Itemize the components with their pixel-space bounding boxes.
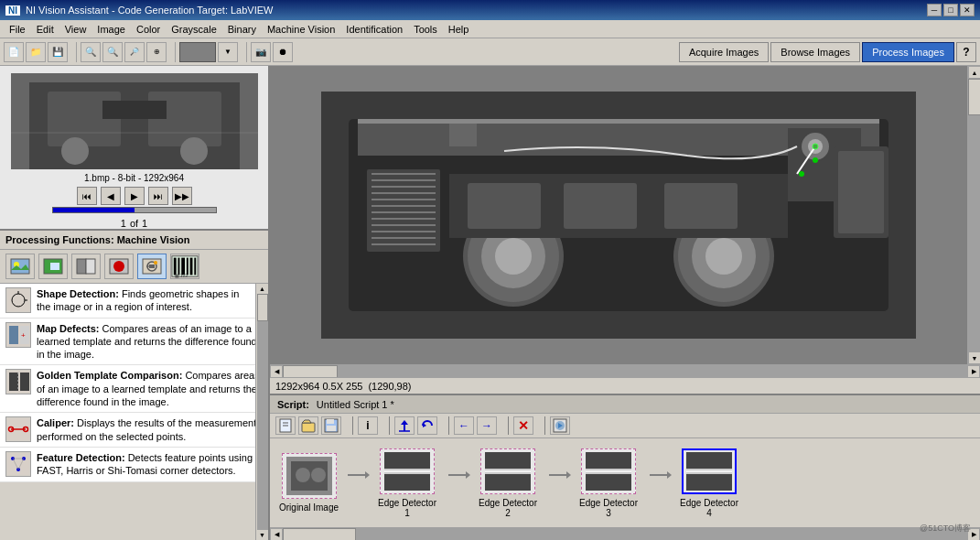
step-edge1-icon (380, 448, 435, 494)
watermark: @51CTO博客 (920, 523, 971, 535)
toolbar-record[interactable]: ⏺ (273, 42, 293, 62)
maximize-button[interactable]: □ (943, 4, 958, 16)
menu-item-file[interactable]: File (4, 22, 31, 37)
svg-point-5 (180, 137, 208, 165)
page-indicator: 1 of 1 (121, 218, 147, 229)
h-scroll-right[interactable]: ▶ (967, 365, 980, 378)
acquire-images-button[interactable]: Acquire Images (679, 42, 769, 62)
step-original-image[interactable]: Original Image (279, 453, 339, 513)
step-connector-1 (348, 474, 366, 476)
step-edge3-label: Edge Detector 3 (576, 498, 641, 518)
toolbar-open[interactable]: 📁 (26, 42, 46, 62)
v-scrollbar[interactable]: ▲ ▼ (967, 66, 980, 364)
script-scrollbar[interactable]: ◀ ▶ (270, 527, 980, 540)
cat-machine-vision[interactable] (137, 254, 167, 279)
step-edge4-inner (685, 452, 733, 491)
menu-item-view[interactable]: View (59, 22, 92, 37)
menu-item-machine vision[interactable]: Machine Vision (262, 22, 340, 37)
func-golden-template[interactable]: Golden Template Comparison: Compares are… (0, 365, 268, 413)
toolbar-sep3 (242, 42, 247, 62)
toolbar-zoom-in[interactable]: 🔍 (81, 42, 101, 62)
progress-bar-container[interactable] (52, 207, 217, 213)
script-run[interactable] (550, 416, 570, 435)
cat-identification[interactable]: ▦ 123 (170, 254, 199, 279)
script-refresh[interactable] (417, 416, 437, 435)
script-toolbar: i ← → ✕ (270, 414, 980, 438)
scroll-down-arrow[interactable]: ▼ (259, 532, 265, 538)
script-new[interactable] (275, 416, 296, 435)
nav-first[interactable]: ⏮ (77, 187, 97, 205)
browse-images-button[interactable]: Browse Images (770, 42, 860, 62)
script-info[interactable]: i (358, 416, 378, 435)
toolbar-zoom-100[interactable]: ⊕ (146, 42, 167, 62)
v-scroll-thumb[interactable] (968, 79, 980, 115)
v-scroll-track[interactable] (968, 79, 980, 351)
close-button[interactable]: ✕ (960, 4, 975, 16)
nav-next[interactable]: ▶ (124, 187, 145, 205)
h-scroll-track[interactable] (283, 365, 967, 378)
script-insert-before[interactable] (394, 416, 415, 435)
toolbar: 📄 📁 💾 🔍 🔍 🔎 ⊕ ▼ 📷 ⏺ Acquire Images Brows… (0, 38, 980, 66)
right-area: ▲ ▼ ◀ ▶ 1292x964 0.5X 255 (1290,98) Scri… (270, 66, 980, 540)
process-images-button[interactable]: Process Images (862, 42, 954, 62)
script-scroll-track[interactable] (283, 528, 967, 541)
func-caliper[interactable]: Caliper: Displays the results of the mea… (0, 413, 268, 448)
help-button[interactable]: ? (956, 42, 976, 62)
color-arrow[interactable]: ▼ (218, 42, 238, 62)
menu-item-binary[interactable]: Binary (222, 22, 262, 37)
menu-item-identification[interactable]: Identification (340, 22, 408, 37)
func-map-defects[interactable]: + Map Defects: Compares areas of an imag… (0, 319, 268, 366)
menu-item-help[interactable]: Help (443, 22, 475, 37)
script-scroll-left[interactable]: ◀ (270, 528, 283, 541)
cat-shape[interactable] (104, 254, 134, 279)
v-scroll-up[interactable]: ▲ (968, 66, 980, 79)
script-panel: Script: Untitled Script 1 * i (270, 394, 980, 540)
script-delete[interactable]: ✕ (513, 416, 533, 435)
v-scroll-down[interactable]: ▼ (968, 351, 980, 364)
menu-item-grayscale[interactable]: Grayscale (166, 22, 222, 37)
nav-last[interactable]: ⏭ (148, 187, 168, 205)
h-scroll-thumb[interactable] (283, 365, 338, 378)
nav-play[interactable]: ▶▶ (172, 187, 192, 205)
proc-functions-header: Processing Functions: Machine Vision (0, 231, 268, 250)
func-feature-text: Feature Detection: Detects feature point… (37, 451, 263, 478)
step-edge3[interactable]: Edge Detector 3 (576, 448, 641, 518)
step-edge4[interactable]: Edge Detector 4 (677, 448, 741, 518)
step-edge1[interactable]: Edge Detector 1 (375, 448, 439, 518)
h-scroll-left[interactable]: ◀ (270, 365, 283, 378)
svg-rect-24 (181, 258, 185, 275)
toolbar-save[interactable]: 💾 (48, 42, 68, 62)
script-prev[interactable]: ← (454, 416, 474, 435)
func-shape-detection[interactable]: Shape Detection: Finds geometric shapes … (0, 284, 268, 319)
svg-point-86 (799, 171, 804, 177)
script-open[interactable] (298, 416, 318, 435)
menu-item-color[interactable]: Color (131, 22, 166, 37)
svg-rect-90 (449, 124, 477, 146)
cat-gray[interactable] (71, 254, 101, 279)
script-save[interactable] (321, 416, 341, 435)
step-edge2-inner (484, 452, 532, 491)
toolbar-new[interactable]: 📄 (4, 42, 24, 62)
menu-item-tools[interactable]: Tools (408, 22, 443, 37)
minimize-button[interactable]: ─ (927, 4, 942, 16)
func-list-scrollbar[interactable]: ▲ ▼ (255, 284, 268, 540)
nav-prev[interactable]: ◀ (101, 187, 121, 205)
func-map-icon: + (5, 322, 31, 348)
svg-rect-80 (664, 183, 738, 229)
cat-image[interactable] (5, 254, 35, 279)
nav-controls: ⏮ ◀ ▶ ⏭ ▶▶ (77, 187, 192, 205)
menu-item-edit[interactable]: Edit (31, 22, 59, 37)
cat-color[interactable] (38, 254, 68, 279)
toolbar-zoom-out[interactable]: 🔍 (102, 42, 123, 62)
menu-item-image[interactable]: Image (92, 22, 131, 37)
scroll-up-arrow[interactable]: ▲ (259, 286, 265, 292)
func-feature-detection[interactable]: Feature Detection: Detects feature point… (0, 448, 268, 482)
script-scroll-thumb[interactable] (283, 528, 356, 541)
toolbar-zoom-fit[interactable]: 🔎 (124, 42, 145, 62)
toolbar-snap[interactable]: 📷 (251, 42, 271, 62)
thumb-content (11, 73, 258, 169)
step-edge2[interactable]: Edge Detector 2 (476, 448, 540, 518)
script-next[interactable]: → (477, 416, 497, 435)
svg-rect-12 (77, 259, 86, 274)
svg-point-4 (61, 137, 89, 165)
